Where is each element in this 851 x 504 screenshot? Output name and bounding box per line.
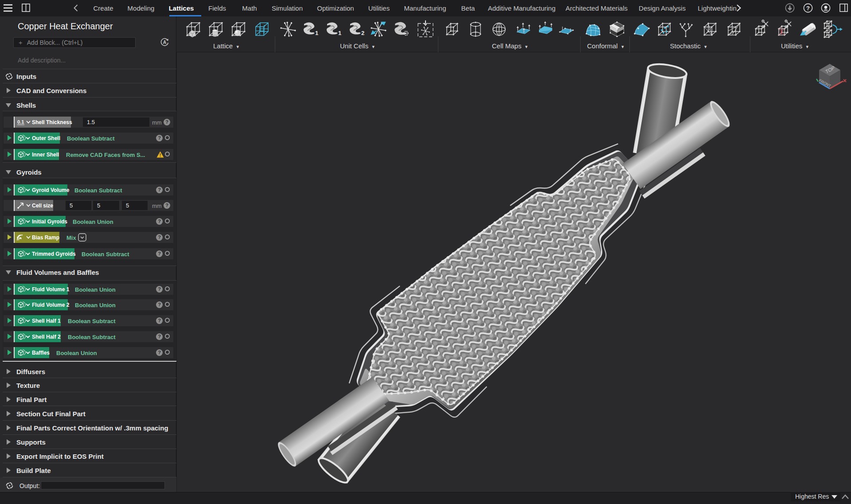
svg-text:1: 1 [315, 30, 318, 36]
svg-text:!: ! [160, 153, 161, 158]
svg-text:0.1: 0.1 [17, 119, 24, 125]
svg-text:1: 1 [338, 30, 341, 36]
svg-text:A: A [163, 39, 167, 45]
svg-text:?: ? [806, 5, 810, 12]
svg-text:2: 2 [361, 30, 364, 36]
